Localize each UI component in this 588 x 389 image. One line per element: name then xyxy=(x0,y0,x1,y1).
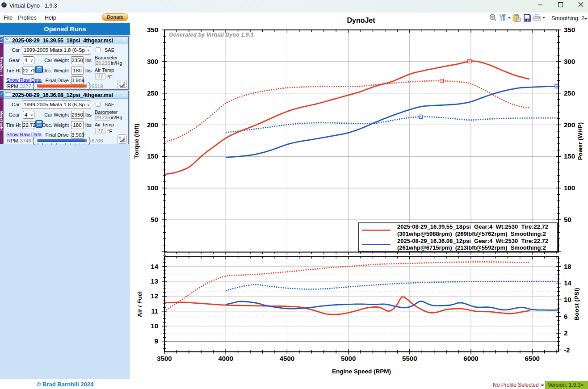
svg-text:10: 10 xyxy=(564,296,571,303)
svg-text:300: 300 xyxy=(564,58,575,65)
svg-text:350: 350 xyxy=(564,26,575,33)
svg-text:14: 14 xyxy=(564,279,571,287)
svg-text:12: 12 xyxy=(151,292,158,300)
svg-text:100: 100 xyxy=(147,184,158,192)
svg-text:200: 200 xyxy=(147,121,158,129)
svg-text:(301whp@5988rpm) (269lbft@576: (301whp@5988rpm) (269lbft@5762rpm) Smoot… xyxy=(397,230,546,237)
svg-text:6000: 6000 xyxy=(463,355,478,362)
svg-text:Engine Speed (RPM): Engine Speed (RPM) xyxy=(332,368,391,375)
svg-text:3500: 3500 xyxy=(157,355,172,362)
svg-text:50: 50 xyxy=(564,216,571,223)
svg-text:(261whp@6715rpm) (213lbft@559: (261whp@6715rpm) (213lbft@5592rpm) Smoot… xyxy=(397,244,546,251)
svg-text:5000: 5000 xyxy=(341,355,356,362)
svg-text:18: 18 xyxy=(564,263,571,270)
svg-text:11: 11 xyxy=(151,307,158,315)
svg-text:200: 200 xyxy=(564,121,575,129)
svg-text:Generated by Virtual Dyno 1.9.: Generated by Virtual Dyno 1.9.3 xyxy=(169,32,254,38)
svg-text:Boost (PSI): Boost (PSI) xyxy=(573,288,580,321)
svg-text:Air / Fuel: Air / Fuel xyxy=(136,291,143,317)
svg-text:4000: 4000 xyxy=(218,355,233,362)
svg-text:250: 250 xyxy=(147,89,158,97)
svg-text:6500: 6500 xyxy=(525,355,540,362)
svg-text:150: 150 xyxy=(564,152,575,160)
svg-text:350: 350 xyxy=(147,26,158,33)
svg-text:2025-08-29_16.36.08_12psi Gea: 2025-08-29_16.36.08_12psi Gear:4 Wt:2530… xyxy=(397,238,548,244)
svg-text:-2: -2 xyxy=(564,346,570,354)
svg-text:10: 10 xyxy=(151,322,158,330)
svg-text:5500: 5500 xyxy=(402,355,417,362)
svg-text:100: 100 xyxy=(564,184,575,192)
svg-text:6: 6 xyxy=(564,313,567,320)
svg-text:Power (WHP): Power (WHP) xyxy=(577,122,584,160)
svg-text:50: 50 xyxy=(151,216,158,223)
svg-text:300: 300 xyxy=(147,58,158,65)
svg-text:150: 150 xyxy=(147,152,158,160)
svg-text:250: 250 xyxy=(564,89,575,97)
svg-text:2: 2 xyxy=(564,329,567,337)
svg-text:14: 14 xyxy=(151,263,158,270)
svg-text:2025-08-29_16.39.55_18psi Gea: 2025-08-29_16.39.55_18psi Gear:4 Wt:2530… xyxy=(397,223,548,230)
svg-text:4500: 4500 xyxy=(280,355,294,362)
svg-text:9: 9 xyxy=(155,337,158,345)
svg-text:Torque (lbft): Torque (lbft) xyxy=(133,124,140,159)
svg-text:13: 13 xyxy=(151,277,158,285)
